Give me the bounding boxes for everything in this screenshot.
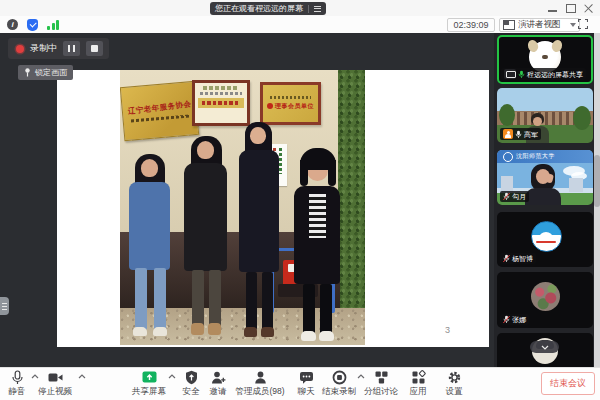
- red-seal-icon: [267, 103, 273, 109]
- page-number: 3: [445, 325, 450, 335]
- participant-name-label: 程远远的屏幕共享: [501, 68, 586, 80]
- shared-screen-content: 3 辽宁老年服务协会 理事会员单位: [57, 70, 489, 347]
- video-camera-icon: [48, 370, 63, 385]
- flowers-avatar: [531, 282, 560, 311]
- virtual-bg-text: 沈阳师范大学: [516, 152, 555, 161]
- participant-name-label: 杨智博: [500, 253, 536, 264]
- maximize-button[interactable]: [566, 4, 576, 13]
- participant-tile[interactable]: 杨智博: [497, 212, 593, 267]
- meeting-app-window: 您正在观看程远远的屏幕 i 02:39:09 演讲者视图 录制中 锁定画面: [0, 0, 600, 400]
- settings-gear-icon: [447, 370, 462, 385]
- members-icon: [253, 370, 268, 385]
- shared-photo: 辽宁老年服务协会 理事会员单位: [120, 70, 365, 345]
- layout-icon: [503, 20, 515, 30]
- invite-person-icon: [211, 370, 226, 385]
- fullscreen-icon[interactable]: [578, 19, 588, 29]
- tooltip-divider: [308, 5, 309, 13]
- recording-status-label: 录制中: [30, 42, 57, 55]
- video-options-chevron[interactable]: [78, 374, 86, 379]
- sharing-badge-icon: [504, 69, 516, 79]
- protection-shield-icon[interactable]: [27, 19, 38, 31]
- pause-recording-button[interactable]: [63, 41, 80, 56]
- view-mode-label: 演讲者视图: [518, 19, 561, 31]
- participant-tile[interactable]: 沈阳师范大学 勾月: [497, 150, 593, 205]
- lock-view-label: 锁定画面: [35, 67, 67, 78]
- collapse-list-button[interactable]: [530, 341, 559, 353]
- side-panel-handle[interactable]: [0, 297, 9, 315]
- meeting-timer: 02:39:09: [447, 18, 495, 32]
- university-logo-icon: [503, 152, 513, 162]
- watching-screen-tooltip: 您正在观看程远远的屏幕: [210, 2, 326, 15]
- network-signal-icon: [47, 20, 59, 30]
- mic-on-icon: [518, 70, 525, 79]
- participants-sidebar: 程远远的屏幕共享 高军 沈阳师范大学: [494, 33, 594, 367]
- mic-muted-icon: [503, 315, 510, 324]
- stop-recording-button[interactable]: [86, 41, 103, 56]
- hamburger-menu-icon[interactable]: [314, 6, 321, 12]
- recording-control-bar: 录制中: [8, 38, 109, 59]
- participant-name-label: 张娜: [500, 314, 529, 325]
- settings-button[interactable]: 设置: [422, 370, 486, 396]
- mic-on-icon: [515, 130, 522, 139]
- member-badge-icon: [503, 129, 513, 139]
- member-unit-plaque: 理事会员单位: [260, 82, 321, 125]
- association-plaque: 辽宁老年服务协会: [120, 81, 199, 141]
- participant-tile-sharer[interactable]: 程远远的屏幕共享: [497, 35, 593, 84]
- framed-certificate: [192, 80, 250, 126]
- tooltip-text: 您正在观看程远远的屏幕: [215, 3, 303, 14]
- lock-view-button[interactable]: 锁定画面: [18, 65, 73, 80]
- stop-recording-icon: [332, 370, 347, 385]
- mic-muted-icon: [503, 254, 510, 263]
- participant-tile-partial[interactable]: [497, 333, 593, 367]
- minimize-button[interactable]: [548, 4, 558, 13]
- member-plaque-text: 理事会员单位: [275, 102, 314, 111]
- meeting-info-icon[interactable]: i: [7, 19, 18, 30]
- mic-muted-icon: [503, 192, 510, 201]
- participant-tile[interactable]: 张娜: [497, 272, 593, 328]
- recording-dot-icon: [16, 45, 24, 53]
- sidebar-scrollbar-thumb[interactable]: [594, 155, 600, 207]
- participant-tile[interactable]: 高军: [497, 88, 593, 143]
- share-screen-icon: [142, 370, 157, 385]
- participant-name-label: 勾月: [500, 191, 529, 202]
- view-mode-selector[interactable]: 演讲者视图: [499, 18, 580, 32]
- end-meeting-button[interactable]: 结束会议: [541, 372, 595, 395]
- chevron-down-icon: [570, 23, 576, 27]
- pin-icon: [24, 68, 31, 77]
- chevron-down-icon: [541, 345, 549, 350]
- close-button[interactable]: [584, 4, 594, 13]
- participant-name-label: 高军: [500, 128, 541, 140]
- plant-wall: [338, 70, 365, 316]
- cartoon-avatar: [531, 221, 562, 252]
